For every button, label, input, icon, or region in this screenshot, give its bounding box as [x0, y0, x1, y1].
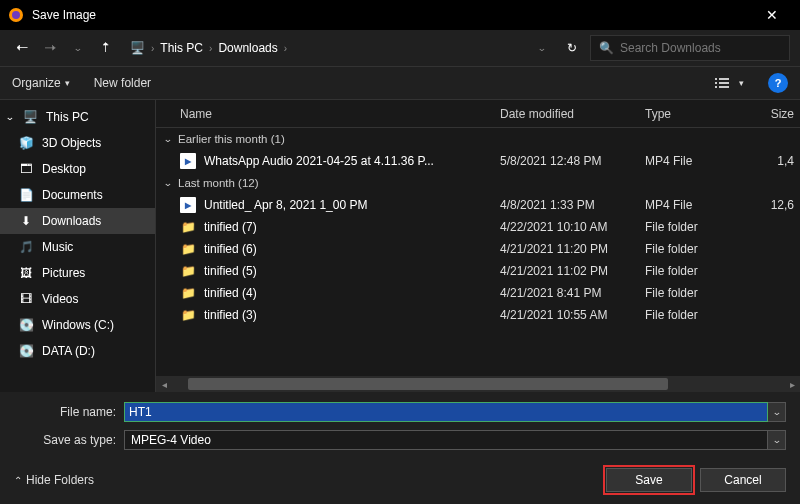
folder-row[interactable]: 📁tinified (7)4/22/2021 10:10 AMFile fold…	[156, 216, 800, 238]
sidebar-item-label: Desktop	[42, 162, 86, 176]
breadcrumb-downloads[interactable]: Downloads	[218, 41, 277, 55]
scroll-thumb[interactable]	[188, 378, 668, 390]
sidebar-item-videos[interactable]: 🎞Videos	[0, 286, 155, 312]
view-icon	[715, 76, 735, 90]
sidebar-item-music[interactable]: 🎵Music	[0, 234, 155, 260]
scroll-left-icon[interactable]: ◂	[156, 379, 172, 390]
save-as-type-label: Save as type:	[14, 433, 124, 447]
main-area: ⌄🖥️This PC🧊3D Objects🗔Desktop📄Documents⬇…	[0, 100, 800, 392]
file-row[interactable]: ▶WhatsApp Audio 2021-04-25 at 4.11.36 P.…	[156, 150, 800, 172]
sidebar-item-label: 3D Objects	[42, 136, 101, 150]
file-type: File folder	[645, 242, 755, 256]
folder-row[interactable]: 📁tinified (5)4/21/2021 11:02 PMFile fold…	[156, 260, 800, 282]
sidebar-item-downloads[interactable]: ⬇Downloads	[0, 208, 155, 234]
file-name: tinified (5)	[204, 264, 257, 278]
folder-icon: 📁	[180, 241, 196, 257]
save-as-type-select[interactable]: MPEG-4 Video	[124, 430, 768, 450]
windows-c--icon: 💽	[18, 317, 34, 333]
folder-row[interactable]: 📁tinified (6)4/21/2021 11:20 PMFile fold…	[156, 238, 800, 260]
column-size[interactable]: Size	[755, 107, 800, 121]
chevron-right-icon: ›	[209, 43, 212, 54]
filename-dropdown[interactable]: ⌄	[768, 402, 786, 422]
data-d--icon: 💽	[18, 343, 34, 359]
documents-icon: 📄	[18, 187, 34, 203]
horizontal-scrollbar[interactable]: ◂ ▸	[156, 376, 800, 392]
file-list-body: ⌄Earlier this month (1)▶WhatsApp Audio 2…	[156, 128, 800, 376]
chevron-up-icon: ⌃	[14, 475, 22, 486]
file-date: 4/21/2021 8:41 PM	[500, 286, 645, 300]
action-row: ⌃ Hide Folders Save Cancel	[14, 468, 786, 492]
chevron-down-icon: ⌄	[163, 178, 173, 188]
sidebar-item-label: Documents	[42, 188, 103, 202]
breadcrumb-this-pc[interactable]: This PC	[160, 41, 203, 55]
forward-button[interactable]: 🠒	[38, 36, 62, 60]
folder-icon: 📁	[180, 285, 196, 301]
sidebar-item-label: Videos	[42, 292, 78, 306]
save-dialog: Save Image ✕ 🠐 🠒 ⌄ 🠑 🖥️ › This PC › Down…	[0, 0, 800, 504]
address-bar[interactable]: 🖥️ › This PC › Downloads ›	[122, 41, 526, 55]
music-icon: 🎵	[18, 239, 34, 255]
downloads-icon: ⬇	[18, 213, 34, 229]
new-folder-button[interactable]: New folder	[94, 76, 151, 90]
sidebar-item-3d-objects[interactable]: 🧊3D Objects	[0, 130, 155, 156]
sidebar-item-data-d-[interactable]: 💽DATA (D:)	[0, 338, 155, 364]
toolbar: Organize ▾ New folder ▾ ?	[0, 66, 800, 100]
close-button[interactable]: ✕	[752, 7, 792, 23]
file-size: 12,6	[755, 198, 800, 212]
videos-icon: 🎞	[18, 291, 34, 307]
svg-point-1	[12, 11, 20, 19]
file-date: 4/21/2021 11:20 PM	[500, 242, 645, 256]
file-type: MP4 File	[645, 198, 755, 212]
view-options-button[interactable]: ▾	[715, 76, 744, 90]
file-name: Untitled_ Apr 8, 2021 1_00 PM	[204, 198, 367, 212]
file-name: tinified (4)	[204, 286, 257, 300]
3d-objects-icon: 🧊	[18, 135, 34, 151]
back-button[interactable]: 🠐	[10, 36, 34, 60]
file-date: 4/22/2021 10:10 AM	[500, 220, 645, 234]
organize-button[interactable]: Organize ▾	[12, 76, 70, 90]
save-as-type-row: Save as type: MPEG-4 Video ⌄	[14, 428, 786, 452]
svg-rect-5	[719, 78, 729, 80]
filename-label: File name:	[14, 405, 124, 419]
folder-icon: 📁	[180, 307, 196, 323]
file-type: MP4 File	[645, 154, 755, 168]
up-button[interactable]: 🠑	[94, 36, 118, 60]
sidebar-item-label: This PC	[46, 110, 89, 124]
sidebar-item-desktop[interactable]: 🗔Desktop	[0, 156, 155, 182]
sidebar-item-label: Windows (C:)	[42, 318, 114, 332]
sidebar-item-windows-c-[interactable]: 💽Windows (C:)	[0, 312, 155, 338]
group-header[interactable]: ⌄Earlier this month (1)	[156, 128, 800, 150]
organize-label: Organize	[12, 76, 61, 90]
bottom-panel: File name: ⌄ Save as type: MPEG-4 Video …	[0, 392, 800, 504]
scroll-right-icon[interactable]: ▸	[784, 379, 800, 390]
group-header[interactable]: ⌄Last month (12)	[156, 172, 800, 194]
sidebar-item-pictures[interactable]: 🖼Pictures	[0, 260, 155, 286]
address-dropdown[interactable]: ⌄	[530, 36, 554, 60]
folder-row[interactable]: 📁tinified (3)4/21/2021 10:55 AMFile fold…	[156, 304, 800, 326]
help-button[interactable]: ?	[768, 73, 788, 93]
sidebar-item-label: Downloads	[42, 214, 101, 228]
search-box[interactable]: 🔍 Search Downloads	[590, 35, 790, 61]
file-row[interactable]: ▶Untitled_ Apr 8, 2021 1_00 PM4/8/2021 1…	[156, 194, 800, 216]
chevron-right-icon: ›	[284, 43, 287, 54]
chevron-down-icon: ⌄	[163, 134, 173, 144]
save-button[interactable]: Save	[606, 468, 692, 492]
save-as-type-dropdown[interactable]: ⌄	[768, 430, 786, 450]
filename-input[interactable]	[125, 403, 767, 421]
column-type[interactable]: Type	[645, 107, 755, 121]
column-date[interactable]: Date modified	[500, 107, 645, 121]
hide-folders-button[interactable]: ⌃ Hide Folders	[14, 473, 94, 487]
folder-row[interactable]: 📁tinified (4)4/21/2021 8:41 PMFile folde…	[156, 282, 800, 304]
pictures-icon: 🖼	[18, 265, 34, 281]
file-size: 1,4	[755, 154, 800, 168]
file-type: File folder	[645, 220, 755, 234]
sidebar-item-this-pc[interactable]: ⌄🖥️This PC	[0, 104, 155, 130]
recent-locations-button[interactable]: ⌄	[66, 36, 90, 60]
sidebar-item-documents[interactable]: 📄Documents	[0, 182, 155, 208]
save-as-type-value: MPEG-4 Video	[131, 433, 211, 447]
svg-rect-4	[715, 86, 717, 88]
column-name[interactable]: Name	[156, 107, 500, 121]
chevron-down-icon: ▾	[65, 78, 70, 88]
cancel-button[interactable]: Cancel	[700, 468, 786, 492]
refresh-button[interactable]: ↻	[560, 36, 584, 60]
